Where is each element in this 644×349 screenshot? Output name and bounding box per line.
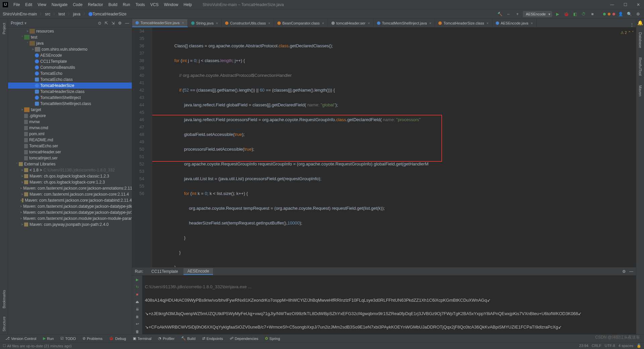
menu-file[interactable]: File — [11, 1, 22, 8]
tree-item[interactable]: TomcatHeaderSize — [8, 83, 132, 89]
tree-item[interactable]: pom.xml — [8, 131, 132, 137]
stop-icon[interactable]: ■ — [589, 11, 596, 17]
sidebar-database[interactable]: Database — [638, 30, 642, 51]
run-tab-cc11[interactable]: CC11Template — [147, 268, 182, 275]
tree-item[interactable]: TomcatMemShellInject — [8, 95, 132, 101]
expand-all-icon[interactable]: ⇱ — [105, 21, 108, 26]
run-hide-icon[interactable]: — — [629, 269, 633, 274]
bt-terminal[interactable]: ▣Terminal — [130, 336, 154, 341]
menu-tools[interactable]: Tools — [133, 1, 148, 8]
menu-refactor[interactable]: Refactor — [85, 1, 106, 8]
tree-item[interactable]: mvnw — [8, 119, 132, 125]
coverage-icon[interactable]: ◧ — [572, 11, 578, 17]
crumb-src[interactable]: src — [45, 12, 50, 16]
tree-item[interactable]: >Maven: com.fasterxml.jackson.datatype:j… — [8, 209, 132, 215]
project-tree[interactable]: >resources˅test˅java>com.shiro.vuln.shir… — [8, 28, 132, 334]
tree-item[interactable]: README.md — [8, 137, 132, 143]
tabs-more-icon[interactable]: ⋮ — [628, 22, 636, 27]
bt-profiler[interactable]: ◔Profiler — [155, 336, 177, 341]
debug-icon[interactable]: 🐞 — [563, 11, 570, 17]
close-tab-icon[interactable]: × — [216, 21, 218, 25]
tree-item[interactable]: TomcatEcho — [8, 70, 132, 77]
sidebar-bookmarks[interactable]: Bookmarks — [2, 287, 6, 311]
minimize-icon[interactable]: — — [609, 2, 615, 7]
menu-view[interactable]: View — [35, 1, 49, 8]
wrap-icon[interactable]: ↩ — [134, 321, 140, 327]
crumb-test[interactable]: test — [58, 12, 65, 16]
menu-window[interactable]: Window — [161, 1, 181, 8]
bt-run[interactable]: ▶Run — [40, 336, 56, 341]
run-settings-icon[interactable]: ⚙ — [622, 269, 626, 274]
avatar-icon[interactable]: 👤 — [617, 11, 624, 17]
line-separator[interactable]: CRLF — [592, 344, 601, 348]
crumb-java[interactable]: java — [73, 12, 80, 16]
close-tab-icon[interactable]: × — [268, 21, 270, 25]
tree-item[interactable]: >Maven: com.fasterxml.jackson.module:jac… — [8, 215, 132, 221]
inspection-widget[interactable]: ⚠ 2 ⌃ ˅ — [621, 29, 634, 36]
bt-build[interactable]: 🔨Build — [178, 336, 198, 341]
profile-icon[interactable]: ⏱ — [580, 11, 587, 17]
tree-item[interactable]: tomcatHeader.ser — [8, 149, 132, 155]
gear-icon[interactable]: ⚙ — [118, 21, 122, 26]
tree-item[interactable]: ˅test — [8, 34, 132, 40]
tree-item[interactable]: >target — [8, 107, 132, 113]
code-editor[interactable]: 3435363738394041424344454647484950515253… — [132, 28, 636, 267]
close-icon[interactable]: ✕ — [635, 2, 641, 7]
tree-item[interactable]: ˅java — [8, 40, 132, 46]
encoding[interactable]: UTF-8 — [605, 344, 615, 348]
tree-item[interactable]: ˅External Libraries — [8, 161, 132, 167]
sidebar-project[interactable]: Project — [2, 20, 6, 37]
exit-icon[interactable]: ⏏ — [134, 299, 140, 304]
maximize-icon[interactable]: ☐ — [622, 2, 629, 7]
print-icon[interactable]: 🗎 — [134, 314, 140, 319]
caret-position[interactable]: 23:94 — [579, 344, 589, 348]
editor-tab[interactable]: tomcatHeader.ser× — [328, 19, 374, 27]
editor-tab[interactable]: String.java× — [188, 19, 222, 27]
code-body[interactable]: ⚠ 2 ⌃ ˅ Class[] classes = org.apache.coy… — [152, 28, 636, 267]
sidebar-maven[interactable]: Maven — [638, 83, 642, 99]
indent[interactable]: 4 spaces — [619, 344, 633, 348]
select-opened-file-icon[interactable]: ⊙ — [98, 21, 101, 26]
tree-item[interactable]: >< 1.8 >C:\Users\91136\.jdks\corretto-1.… — [8, 167, 132, 173]
menu-build[interactable]: Build — [106, 1, 120, 8]
hide-icon[interactable]: — — [125, 21, 129, 26]
bt-problems[interactable]: ⊘Problems — [80, 336, 105, 341]
bt-endpoints[interactable]: ⇄Endpoints — [200, 336, 226, 341]
clear-icon[interactable]: 🗑 — [134, 329, 140, 334]
tree-item[interactable]: >Maven: ch.qos.logback:logback-core:1.2.… — [8, 179, 132, 185]
tree-item[interactable]: AESEncode — [8, 52, 132, 58]
menu-edit[interactable]: Edit — [22, 1, 35, 8]
search-icon[interactable]: 🔍 — [626, 11, 633, 17]
close-tab-icon[interactable]: × — [368, 21, 370, 25]
run-again-icon[interactable]: ↻ — [134, 284, 140, 290]
tree-item[interactable]: >Maven: com.fasterxml.jackson.datatype:j… — [8, 203, 132, 209]
sidebar-structure[interactable]: Structure — [2, 314, 6, 334]
bt-debug[interactable]: 🐞Debug — [106, 336, 128, 341]
settings-icon[interactable]: ⚙ — [635, 11, 641, 17]
tree-item[interactable]: >resources — [8, 28, 132, 34]
crumb-project[interactable]: ShiroVulnEnv-main — [3, 12, 37, 16]
rerun-icon[interactable]: ▶ — [134, 277, 140, 282]
back-icon[interactable]: ← — [505, 11, 512, 17]
menu-code[interactable]: Code — [70, 1, 85, 8]
bt-spring[interactable]: ✿Spring — [262, 336, 283, 341]
editor-tab[interactable]: TomcatMemShellInject.java× — [374, 19, 435, 27]
bt-vcs[interactable]: ⎇Version Control — [3, 336, 39, 341]
add-config-icon[interactable]: + — [514, 11, 521, 17]
notifications-icon[interactable]: 🔔 — [637, 20, 643, 26]
readonly-icon[interactable]: 🔓 — [637, 344, 641, 348]
menu-help[interactable]: Help — [181, 1, 195, 8]
close-tab-icon[interactable]: × — [429, 21, 431, 25]
tree-item[interactable]: >com.shiro.vuln.shirodemo — [8, 46, 132, 52]
tree-item[interactable]: >Maven: com.fasterxml.jackson.core:jacks… — [8, 185, 132, 191]
sidebar-restfultool[interactable]: RestfulTool — [638, 55, 642, 78]
tree-item[interactable]: >Maven: com.fasterxml.jackson.core:jacks… — [8, 197, 132, 203]
editor-tab[interactable]: TomcatHeaderSize.java× — [132, 19, 188, 27]
collapse-all-icon[interactable]: ⇲ — [111, 21, 115, 26]
tree-item[interactable]: tomcatInject.ser — [8, 155, 132, 161]
menu-navigate[interactable]: Navigate — [49, 1, 70, 8]
console-text[interactable]: C:\Users\91136\.jdks\corretto-1.8.0_332\… — [142, 276, 636, 334]
crumb-class[interactable]: TomcatHeaderSize — [93, 12, 126, 16]
tree-item[interactable]: TomcatEcho.class — [8, 77, 132, 83]
menu-vcs[interactable]: VCS — [148, 1, 161, 8]
